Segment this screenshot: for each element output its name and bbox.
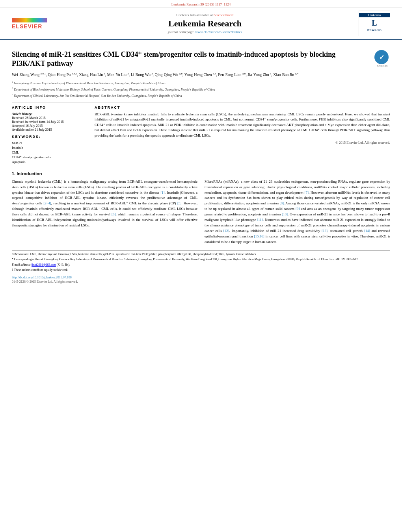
intro-left-col: Chronic myeloid leukemia (CML) is a hema… — [12, 179, 197, 247]
sciencedirect-link[interactable]: ScienceDirect — [214, 13, 233, 17]
footer-doi: http://dx.doi.org/10.1016/j.leukres.2015… — [12, 276, 390, 279]
footnotes-section: Abbreviations: CML, chronic myeloid leuk… — [12, 250, 390, 272]
email-link[interactable]: jinxf2001@163.com — [32, 263, 56, 267]
keyword-cd34: CD34⁺ stem/progenitor cells — [12, 155, 87, 159]
journal-citation: Leukemia Research 39 (2015) 1117–1124 — [0, 0, 402, 7]
article-info-label: ARTICLE INFO — [12, 106, 87, 109]
contents-line: Contents lists available at ScienceDirec… — [59, 13, 351, 17]
article-title-text: Silencing of miR-21 sensitizes CML CD34⁺… — [12, 50, 335, 67]
ref-14[interactable]: [14] — [364, 229, 370, 233]
ref-12[interactable]: [12] — [223, 229, 229, 233]
footnote-email: E-mail address: jinxf2001@163.com (X.-B.… — [12, 263, 390, 267]
journal-homepage-link[interactable]: www.elsevier.com/locate/leukres — [195, 30, 242, 34]
affiliation-b: b Department of Biochemistry and Molecul… — [12, 86, 390, 92]
doi-link[interactable]: http://dx.doi.org/10.1016/j.leukres.2015… — [12, 276, 72, 279]
affiliations: a Guangdong Province Key Laboratory of P… — [12, 80, 390, 98]
article-info-column: ARTICLE INFO Article history: Received 2… — [12, 106, 87, 165]
footnote-equal-contrib: 1 These authors contribute equally to th… — [12, 268, 390, 272]
ref-8[interactable]: [8] — [279, 201, 284, 205]
ref-5[interactable]: [5] — [177, 201, 182, 205]
abstract-column: ABSTRACT BCR-ABL tyrosine kinase inhibit… — [95, 106, 390, 165]
crossmark-icon: ✓ — [374, 50, 389, 64]
journal-title: Leukemia Research — [59, 19, 351, 29]
authors-line: Wei-Zhang Wang a,b,1, Qiao-Hong Pu a,b,1… — [12, 72, 390, 78]
divider-top — [12, 102, 390, 102]
article-info-abstract-section: ARTICLE INFO Article history: Received 2… — [12, 106, 390, 165]
known-text: known — [39, 185, 49, 189]
journal-header-center: Contents lists available at ScienceDirec… — [59, 13, 351, 34]
abstract-text: BCR-ABL tyrosine kinase inhibitor imatin… — [95, 112, 390, 139]
keywords-label: Keywords: — [12, 135, 87, 139]
ref-7[interactable]: [7] — [305, 191, 309, 195]
ref-2-4[interactable]: [2–4] — [43, 201, 51, 205]
elsevier-text: ELSEVIER — [12, 23, 42, 30]
abstract-copyright: © 2015 Elsevier Ltd. All rights reserved… — [95, 141, 390, 145]
footer-issn: 0145-2126/© 2015 Elsevier Ltd. All right… — [12, 280, 390, 284]
elsevier-logo: ELSEVIER — [12, 18, 59, 30]
ref-10[interactable]: [10] — [282, 212, 288, 216]
affiliation-c: c Department of Clinical Laboratory, Sun… — [12, 93, 390, 98]
publisher-logo-area: ELSEVIER — [12, 18, 59, 30]
footnote-abbreviations: Abbreviations: CML, chronic myeloid leuk… — [12, 252, 390, 257]
journal-homepage: journal homepage: www.elsevier.com/locat… — [59, 30, 351, 34]
journal-citation-text: Leukemia Research 39 (2015) 1117–1124 — [171, 2, 231, 6]
ref-1[interactable]: [1] — [160, 191, 165, 195]
intro-right-paragraph: MicroRNAs (miRNAs), a new class of 21–23… — [205, 179, 390, 245]
ref-15-16[interactable]: [15,16] — [254, 234, 264, 238]
article-history: Article history: Received 28 March 2015 … — [12, 112, 87, 132]
keyword-cml: CML — [12, 150, 87, 154]
article-title-section: Silencing of miR-21 sensitizes CML CD34⁺… — [12, 50, 390, 69]
keyword-apoptosis: Apoptosis — [12, 160, 87, 164]
ref-11[interactable]: [11] — [257, 218, 263, 222]
intro-left-paragraph: Chronic myeloid leukemia (CML) is a hema… — [12, 179, 197, 228]
leukemia-logo-mid: Research — [367, 28, 382, 33]
intro-right-col: MicroRNAs (miRNAs), a new class of 21–23… — [205, 179, 390, 247]
crossmark-logo: ✓ CrossMark — [374, 50, 390, 66]
keywords-section: Keywords: MiR-21 Imatinib CML CD34⁺ stem… — [12, 135, 87, 164]
received-date: Received 28 March 2015 — [12, 116, 87, 120]
introduction-body: Chronic myeloid leukemia (CML) is a hema… — [12, 179, 390, 247]
leukemia-research-logo: Leukemia L Research — [359, 11, 390, 36]
received-revised-date: Received in revised form 14 July 2015 — [12, 120, 87, 124]
introduction-heading: 1. Introduction — [12, 171, 390, 176]
leukemia-logo-top: Leukemia — [359, 13, 390, 17]
keyword-mir21: MiR-21 — [12, 141, 87, 145]
article-title: Silencing of miR-21 sensitizes CML CD34⁺… — [12, 50, 370, 69]
available-online-date: Available online 21 July 2015 — [12, 128, 87, 132]
ref-6[interactable]: [6] — [112, 212, 116, 216]
history-label: Article history: — [12, 112, 87, 116]
keyword-imatinib: Imatinib — [12, 146, 87, 150]
elsevier-rainbow-stripe — [12, 18, 47, 22]
abstract-label: ABSTRACT — [95, 106, 390, 109]
affiliation-a: a Guangdong Province Key Laboratory of P… — [12, 80, 390, 85]
ref-13[interactable]: [13] — [322, 229, 328, 233]
accepted-date: Accepted 16 July 2015 — [12, 124, 87, 128]
ref-9[interactable]: [9] — [296, 207, 300, 211]
divider-body — [12, 168, 390, 168]
journal-header: ELSEVIER Contents lists available at Sci… — [0, 7, 402, 40]
footnote-corresponding: * Corresponding author at: Guangdong Pro… — [12, 258, 390, 262]
journal-logo-area: Leukemia L Research — [351, 11, 390, 36]
crossmark-label: CrossMark — [374, 65, 390, 67]
main-content: Silencing of miR-21 sensitizes CML CD34⁺… — [0, 40, 402, 287]
